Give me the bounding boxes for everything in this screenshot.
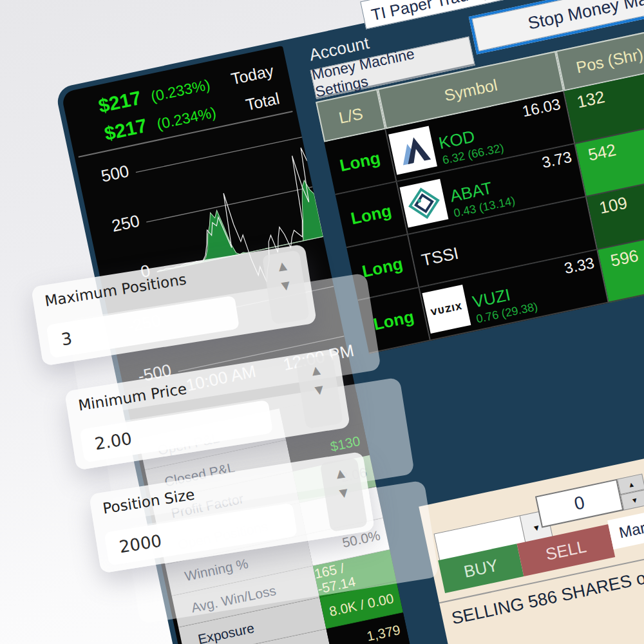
kod-logo-icon xyxy=(388,126,437,175)
price-value: 3.73 xyxy=(540,148,574,172)
dropdown-arrow-icon: ▼ xyxy=(531,522,542,533)
position-size-stepper[interactable]: ▲ ▼ xyxy=(320,457,368,532)
abat-logo-icon xyxy=(400,179,449,228)
order-entry-panel: ▼ 0 ▲ ▼ BUY SELL Market SELLING 586 SHAR… xyxy=(419,399,644,644)
down-arrow-icon: ▼ xyxy=(281,279,291,292)
up-arrow-icon: ▲ xyxy=(627,480,636,489)
total-pnl-percent: (0.234%) xyxy=(146,102,228,135)
total-label: Total xyxy=(223,89,281,118)
y-axis-tick: 250 xyxy=(92,211,142,240)
max-positions-label: Maximum Positions xyxy=(44,270,188,309)
down-arrow-icon: ▼ xyxy=(630,495,639,504)
symbol-name: TSSI xyxy=(420,243,460,270)
down-arrow-icon: ▼ xyxy=(314,384,325,396)
max-positions-stepper[interactable]: ▲ ▼ xyxy=(262,250,310,325)
up-arrow-icon: ▲ xyxy=(336,468,346,480)
position-size-label: Position Size xyxy=(102,486,196,516)
up-arrow-icon: ▲ xyxy=(278,260,288,272)
price-value: 16.03 xyxy=(520,95,562,121)
min-price-stepper[interactable]: ▲ ▼ xyxy=(296,354,343,429)
today-label: Today xyxy=(218,61,275,91)
y-axis-tick: 500 xyxy=(81,161,131,190)
up-arrow-icon: ▲ xyxy=(311,365,321,377)
vuzix-logo-icon: VUZIX xyxy=(422,285,471,334)
stop-button-label: Stop Money Machine xyxy=(526,0,644,33)
price-value: 3.33 xyxy=(563,254,596,278)
down-arrow-icon: ▼ xyxy=(339,487,349,499)
